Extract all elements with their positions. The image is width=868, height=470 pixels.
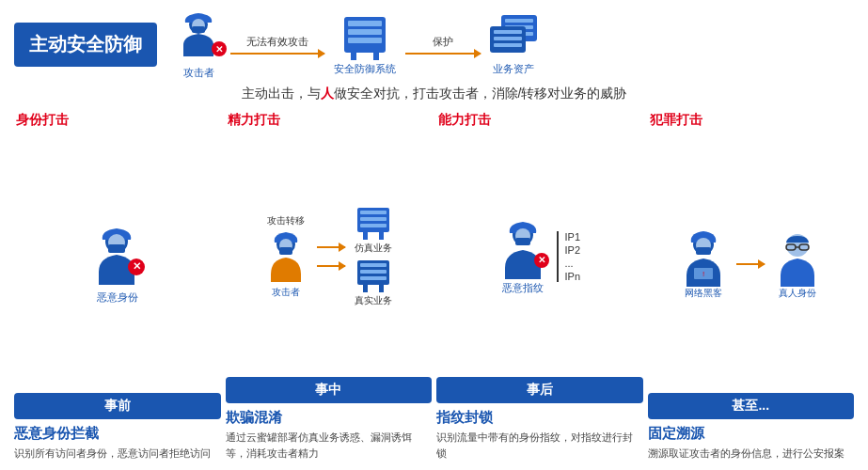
col1-bottom-box: 事前 (14, 393, 221, 419)
col3-box-label: 事后 (444, 382, 636, 399)
col4-illustration: ! 网络黑客 (648, 136, 855, 393)
arrow2-line (405, 53, 481, 55)
svg-rect-8 (373, 53, 379, 60)
x-mark: ✕ (212, 41, 227, 56)
four-columns: 身份打击 ✕ 恶意身份 (14, 112, 854, 461)
col2-header: 精力打击 (226, 112, 433, 129)
col1-person: ✕ (91, 225, 143, 289)
arrow1-label: 无法有效攻击 (246, 35, 308, 49)
col2-bottom-title: 欺骗混淆 (226, 409, 433, 427)
col3-xmark: ✕ (534, 253, 549, 268)
column-energy: 精力打击 攻击转移 攻击者 (226, 112, 433, 461)
top-section: 主动安全防御 (14, 9, 854, 80)
col4-bottom-title: 固定溯源 (648, 425, 855, 443)
arrow2-label: 保护 (433, 35, 453, 49)
col3-person-icon: ✕ (498, 219, 547, 281)
col2-arrow-down (317, 265, 345, 267)
svg-rect-24 (360, 211, 387, 214)
ipn: IPn (564, 271, 580, 282)
col2-bottom-box: 事中 (226, 377, 433, 403)
firewall-node: 安全防御系统 (334, 13, 396, 76)
svg-rect-10 (505, 19, 533, 23)
asset-node: 业务资产 (490, 13, 537, 76)
column-identity: 身份打击 ✕ 恶意身份 (14, 112, 221, 461)
col3-bottom-desc: 识别流量中带有的身份指纹，对指纹进行封锁 (436, 430, 643, 461)
svg-rect-32 (360, 276, 387, 280)
col2-real-label: 真实业务 (355, 294, 392, 307)
svg-rect-40 (696, 247, 711, 255)
svg-rect-34 (379, 285, 384, 292)
col4-hacker: ! 网络黑客 (680, 228, 727, 300)
col1-figure-label: 恶意身份 (97, 290, 138, 305)
svg-rect-25 (360, 217, 387, 221)
col4-box-label: 甚至... (655, 398, 847, 415)
svg-rect-30 (360, 263, 387, 267)
attacker-label: 攻击者 (183, 66, 214, 80)
col1-figure: ✕ 恶意身份 (91, 225, 143, 305)
col2-fake-label: 仿真业务 (355, 242, 392, 255)
diagram-area: ✕ 攻击者 无法有效攻击 (176, 9, 854, 80)
arrow2: 保护 (405, 35, 481, 55)
col2-arrows (315, 246, 347, 267)
ip-dots: ... (564, 258, 580, 269)
svg-rect-27 (363, 232, 368, 240)
svg-rect-22 (279, 247, 292, 255)
svg-rect-19 (108, 244, 125, 253)
svg-rect-2 (192, 26, 205, 33)
subtitle: 主动出击，与人做安全对抗，打击攻击者，消除/转移对业务的威胁 (14, 86, 854, 102)
col3-bottom-box: 事后 (436, 377, 643, 403)
col2-attacker: 攻击转移 攻击者 (265, 214, 308, 299)
svg-rect-28 (379, 232, 384, 240)
shield-label: 安全防御系统 (334, 62, 396, 76)
svg-rect-16 (494, 43, 522, 47)
svg-rect-15 (494, 37, 522, 40)
col1-bottom-desc: 识别所有访问者身份，恶意访问者拒绝访问 (14, 446, 221, 462)
col4-arrow (736, 263, 765, 265)
main-title: 主动安全防御 (14, 23, 157, 67)
subtitle-highlight: 人 (321, 86, 334, 101)
main-container: 主动安全防御 (0, 0, 868, 470)
col2-fake-server: 仿真业务 (355, 206, 392, 255)
col4-header: 犯罪打击 (648, 112, 855, 129)
arrow1: 无法有效攻击 (230, 35, 324, 55)
col2-illustration: 攻击转移 攻击者 (226, 136, 433, 377)
arrow1-graphic (230, 53, 324, 55)
col3-header: 能力打击 (436, 112, 643, 129)
asset-label: 业务资产 (493, 62, 534, 76)
col3-bottom-title: 指纹封锁 (436, 409, 643, 427)
svg-rect-7 (351, 53, 356, 60)
svg-text:!: ! (702, 270, 704, 278)
col2-attacker-label: 攻击者 (272, 286, 300, 299)
svg-rect-5 (348, 29, 382, 35)
col2-transfer-label: 攻击转移 (267, 214, 305, 227)
col2-bottom-desc: 通过云蜜罐部署仿真业务诱惑、漏洞诱饵等，消耗攻击者精力 (226, 430, 433, 461)
arrow2-graphic (405, 53, 481, 55)
svg-rect-14 (494, 30, 522, 34)
svg-rect-37 (515, 238, 530, 245)
svg-rect-31 (360, 270, 387, 274)
col3-ip-list: IP1 IP2 ... IPn (557, 231, 580, 282)
col2-box-label: 事中 (233, 382, 425, 399)
col2-servers: 仿真业务 真实业务 (355, 206, 392, 307)
col1-xmark: ✕ (128, 258, 145, 275)
col1-bottom-title: 恶意身份拦截 (14, 425, 221, 443)
svg-rect-33 (363, 285, 368, 292)
col4-bottom-box: 甚至... (648, 393, 855, 419)
col1-header: 身份打击 (14, 112, 221, 129)
column-crime: 犯罪打击 ! (648, 112, 855, 461)
col2-arrow-up (317, 246, 345, 248)
arrow1-line (230, 53, 324, 55)
col2-real-server: 真实业务 (355, 258, 392, 307)
ip2: IP2 (564, 244, 580, 256)
col3-illustration: ✕ 恶意指纹 IP1 IP2 ... IPn (436, 136, 643, 377)
col3-figure-label: 恶意指纹 (502, 281, 544, 295)
col3-person: ✕ 恶意指纹 (498, 219, 547, 295)
col3-figure: ✕ 恶意指纹 IP1 IP2 ... IPn (498, 219, 580, 295)
col1-box-label: 事前 (22, 398, 213, 415)
col4-figure: ! 网络黑客 (680, 228, 821, 300)
col4-real-person: 真人身份 (774, 228, 821, 300)
attacker-figure: ✕ (176, 9, 221, 64)
attacker-node: ✕ 攻击者 (176, 9, 221, 80)
svg-rect-6 (348, 38, 382, 43)
col4-real-label: 真人身份 (779, 287, 816, 300)
